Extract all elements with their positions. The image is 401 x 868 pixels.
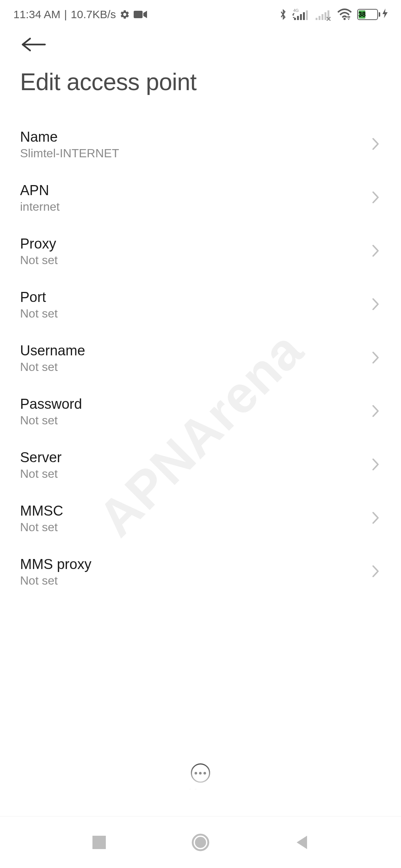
setting-row-name[interactable]: Name Slimtel-INTERNET	[0, 118, 401, 171]
svg-point-14	[348, 19, 349, 20]
triangle-left-icon	[295, 835, 309, 850]
svg-rect-9	[322, 14, 323, 20]
camera-icon	[134, 10, 147, 19]
setting-value: Not set	[20, 360, 85, 374]
svg-point-18	[195, 837, 206, 848]
setting-row-port[interactable]: Port Not set	[0, 278, 401, 332]
setting-label: MMS proxy	[20, 556, 91, 572]
chevron-right-icon	[372, 191, 379, 205]
setting-label: Name	[20, 129, 119, 145]
setting-row-server[interactable]: Server Not set	[0, 438, 401, 492]
svg-point-12	[343, 18, 346, 20]
status-bar: 11:34 AM | 10.7KB/s 4G	[0, 0, 401, 26]
setting-label: Proxy	[20, 236, 58, 252]
setting-value: Not set	[20, 574, 91, 588]
back-button[interactable]	[0, 26, 401, 61]
circle-icon	[192, 834, 209, 851]
chevron-right-icon	[372, 298, 379, 312]
chevron-right-icon	[372, 244, 379, 259]
nav-back-button[interactable]	[289, 829, 315, 855]
status-left: 11:34 AM | 10.7KB/s	[13, 8, 147, 21]
chevron-right-icon	[372, 138, 379, 152]
square-icon	[92, 836, 106, 849]
svg-rect-7	[316, 18, 317, 20]
wifi-icon	[337, 9, 352, 20]
status-data-rate: 10.7KB/s	[71, 8, 116, 21]
svg-rect-10	[325, 12, 326, 20]
chevron-right-icon	[372, 565, 379, 579]
svg-rect-4	[300, 14, 302, 20]
status-separator: |	[64, 8, 67, 21]
chevron-right-icon	[372, 512, 379, 526]
setting-value: Not set	[20, 467, 62, 481]
svg-rect-2	[294, 18, 296, 20]
setting-label: Port	[20, 289, 58, 305]
svg-rect-3	[297, 16, 299, 20]
charging-icon	[382, 9, 388, 20]
setting-value: Not set	[20, 414, 82, 427]
setting-value: Not set	[20, 307, 58, 320]
more-button[interactable]: More	[189, 763, 212, 798]
more-label: More	[189, 786, 212, 798]
setting-row-apn[interactable]: APN internet	[0, 171, 401, 225]
signal-2-icon	[316, 8, 332, 21]
svg-rect-8	[319, 16, 320, 20]
nav-recents-button[interactable]	[86, 829, 112, 855]
setting-label: APN	[20, 183, 60, 198]
setting-label: Username	[20, 343, 85, 359]
battery-indicator: 38	[357, 9, 388, 20]
navigation-bar	[0, 816, 401, 868]
setting-value: Not set	[20, 520, 63, 534]
setting-value: internet	[20, 200, 60, 214]
chevron-right-icon	[372, 351, 379, 365]
setting-label: MMSC	[20, 503, 63, 519]
setting-row-username[interactable]: Username Not set	[0, 332, 401, 385]
page-title: Edit access point	[0, 61, 401, 118]
svg-rect-0	[134, 11, 143, 18]
setting-label: Server	[20, 450, 62, 466]
setting-row-mms-proxy[interactable]: MMS proxy Not set	[0, 545, 401, 599]
gear-icon	[120, 9, 130, 20]
svg-rect-5	[303, 12, 305, 20]
setting-row-proxy[interactable]: Proxy Not set	[0, 225, 401, 278]
nav-home-button[interactable]	[188, 829, 213, 855]
status-time: 11:34 AM	[13, 8, 61, 21]
bluetooth-icon	[279, 9, 287, 20]
status-right: 4G	[279, 8, 388, 21]
svg-rect-6	[306, 10, 308, 20]
bottom-actions: More	[0, 756, 401, 806]
svg-text:4G: 4G	[293, 8, 299, 13]
svg-rect-16	[92, 836, 106, 849]
setting-label: Password	[20, 396, 82, 412]
arrow-left-icon	[21, 37, 47, 52]
setting-value: Not set	[20, 253, 58, 267]
signal-4g-icon: 4G	[293, 8, 310, 21]
battery-percent: 38	[359, 10, 365, 19]
chevron-right-icon	[372, 405, 379, 419]
setting-row-password[interactable]: Password Not set	[0, 385, 401, 438]
setting-value: Slimtel-INTERNET	[20, 147, 119, 160]
more-icon	[191, 763, 210, 783]
settings-list: Name Slimtel-INTERNET APN internet Proxy…	[0, 118, 401, 599]
setting-row-mmsc[interactable]: MMSC Not set	[0, 492, 401, 545]
chevron-right-icon	[372, 458, 379, 472]
